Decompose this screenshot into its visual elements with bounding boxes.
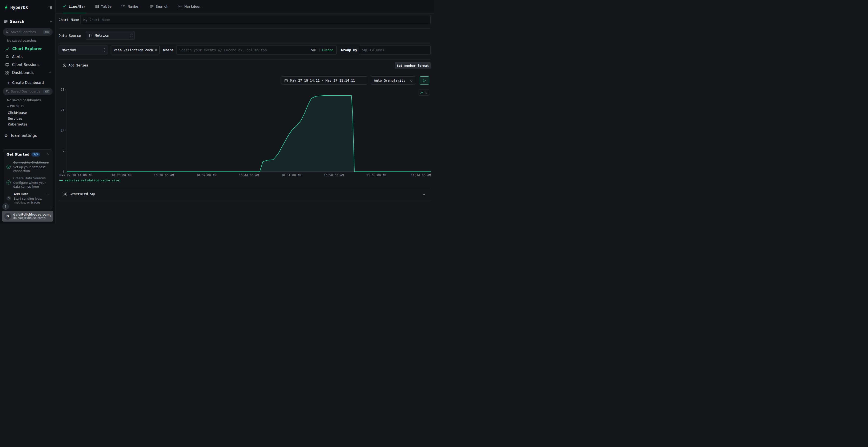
get-started-item-sources[interactable]: Create Data Sources Configure where your…: [6, 175, 49, 190]
y-axis-label: 7: [56, 149, 64, 153]
tab-label: Search: [156, 5, 168, 8]
chevron-down-icon: [7, 105, 9, 107]
chevron-up-icon: [49, 72, 51, 74]
database-icon: [89, 33, 93, 37]
tab-search[interactable]: Search: [150, 0, 168, 13]
x-axis-label: 10:37:00 AM: [196, 173, 216, 177]
create-dashboard-button[interactable]: + Create Dashboard: [0, 79, 55, 86]
panel-collapse-icon: [48, 5, 52, 10]
get-started-item-connect[interactable]: Connect to ClickHouse Set up your databa…: [6, 159, 49, 175]
check-circle-icon: [6, 165, 10, 169]
date-range-picker[interactable]: May 27 10:14:11 - May 27 11:14:11: [281, 76, 367, 84]
chart-plot[interactable]: 07142128May 27 10:14:00 AM10:23:00 AM10:…: [66, 90, 431, 172]
group-by-label: Group By: [341, 48, 357, 52]
main-panel: Line/Bar Table 123 Number Search Markdow…: [56, 0, 434, 224]
x-axis-label: 10:23:00 AM: [112, 173, 131, 177]
preset-item-services[interactable]: Services: [0, 115, 55, 122]
tab-markdown[interactable]: Markdown: [178, 0, 201, 13]
y-axis-label: 28: [56, 88, 64, 91]
generated-sql-toggle[interactable]: Generated SQL: [56, 187, 432, 201]
preset-label: Kubernetes: [8, 122, 28, 126]
query-language-toggle: SQL | Lucene: [311, 48, 336, 52]
no-saved-dashboards-text: No saved dashboards: [7, 98, 41, 102]
help-button[interactable]: ?: [2, 203, 9, 210]
get-started-item-subtitle: Start sending logs, metrics, or traces: [14, 197, 49, 205]
y-axis-tick: [65, 90, 66, 90]
y-axis-label: 21: [56, 108, 64, 112]
tab-line-bar[interactable]: Line/Bar: [63, 0, 86, 13]
chart-svg: [67, 90, 431, 172]
y-axis-label: 14: [56, 129, 64, 133]
select-chevrons-icon: [104, 48, 105, 51]
y-axis-label: 0: [56, 170, 64, 173]
where-label: Where: [163, 48, 173, 52]
team-settings-label: Team Settings: [10, 133, 37, 138]
sidebar-item-team-settings[interactable]: ⚙ Team Settings: [0, 133, 55, 139]
set-number-format-button[interactable]: Set number format: [395, 62, 431, 69]
lucene-toggle-button[interactable]: Lucene: [322, 48, 333, 52]
sidebar-item-client-sessions[interactable]: Client Sessions: [0, 61, 55, 69]
user-menu[interactable]: D dale@clickhouse.com dale@clickhouse.co…: [2, 211, 53, 221]
tab-label: Line/Bar: [69, 5, 86, 8]
where-input[interactable]: [177, 46, 311, 54]
legend-swatch: [59, 180, 63, 181]
granularity-value: Auto Granularity: [374, 78, 405, 82]
series-line: [67, 95, 431, 172]
chevron-down-icon: [423, 193, 425, 195]
plus-circle-icon: [63, 63, 66, 67]
select-chevrons-icon: [131, 34, 132, 37]
sql-toggle-button[interactable]: SQL: [311, 48, 317, 52]
presets-label: PRESETS: [10, 105, 24, 108]
presets-header[interactable]: PRESETS: [7, 105, 24, 108]
magnifier-icon: [6, 30, 9, 33]
get-started-header[interactable]: Get Started 2/3: [6, 152, 49, 157]
sidebar: HyperDX Search Saved Searches ⌘K No save…: [0, 0, 56, 224]
data-source-value: Metrics: [95, 33, 109, 37]
chart-legend[interactable]: max(visa_validation_cache.size): [59, 178, 121, 182]
code-icon: [63, 192, 67, 196]
chart-name-input[interactable]: [80, 15, 431, 24]
logo-row: HyperDX: [4, 4, 52, 10]
tab-number[interactable]: 123 Number: [121, 0, 140, 13]
sidebar-item-label: Client Sessions: [12, 63, 39, 67]
close-icon[interactable]: ×: [153, 48, 157, 52]
x-axis-label: May 27 10:14:00 AM: [60, 173, 92, 177]
metric-field-select[interactable]: visa_validation_cach ×: [111, 45, 160, 55]
calendar-icon: [284, 79, 288, 82]
y-axis-tick: [65, 131, 66, 131]
line-chart-icon: [63, 5, 66, 8]
preset-item-clickhouse[interactable]: ClickHouse: [0, 110, 55, 115]
chevron-right-icon: [49, 215, 51, 217]
chevron-up-icon: [47, 153, 49, 156]
generated-sql-label: Generated SQL: [70, 192, 96, 196]
tab-table[interactable]: Table: [95, 0, 112, 13]
create-dashboard-label: Create Dashboard: [12, 81, 44, 84]
get-started-item-add-data[interactable]: 3 Add Data → Start sending logs, metrics…: [6, 191, 49, 206]
saved-dashboards-input[interactable]: Saved Dashboards ⌘K: [3, 88, 53, 95]
divider: [59, 28, 431, 29]
preset-label: ClickHouse: [8, 111, 27, 115]
saved-searches-placeholder: Saved Searches: [11, 30, 36, 34]
get-started-item-title: Connect to ClickHouse: [13, 161, 49, 165]
sidebar-item-dashboards[interactable]: Dashboards: [0, 69, 55, 77]
add-series-button[interactable]: Add Series: [63, 63, 88, 67]
sidebar-item-alerts[interactable]: Alerts: [0, 53, 55, 61]
data-source-select[interactable]: Metrics: [86, 31, 135, 40]
add-series-label: Add Series: [68, 63, 88, 67]
granularity-select[interactable]: Auto Granularity: [371, 76, 415, 84]
aggregation-value: Maximum: [62, 48, 76, 52]
group-by-input[interactable]: [359, 45, 431, 55]
preset-label: Services: [8, 116, 23, 121]
sidebar-item-label: Alerts: [12, 55, 23, 59]
arrow-right-icon: →: [44, 192, 49, 196]
aggregation-select[interactable]: Maximum: [59, 45, 108, 55]
search-section-header[interactable]: Search: [4, 19, 52, 24]
saved-dashboards-shortcut: ⌘K: [43, 90, 50, 94]
sidebar-item-chart-explorer[interactable]: Chart Explorer: [0, 45, 55, 53]
saved-searches-input[interactable]: Saved Searches ⌘K: [3, 28, 53, 36]
run-query-button[interactable]: ▷: [420, 76, 429, 84]
preset-item-kubernetes[interactable]: Kubernetes: [0, 122, 55, 127]
sidebar-collapse-button[interactable]: [48, 5, 52, 10]
hyperdx-logo-icon: [4, 5, 9, 10]
avatar: D: [4, 213, 11, 220]
